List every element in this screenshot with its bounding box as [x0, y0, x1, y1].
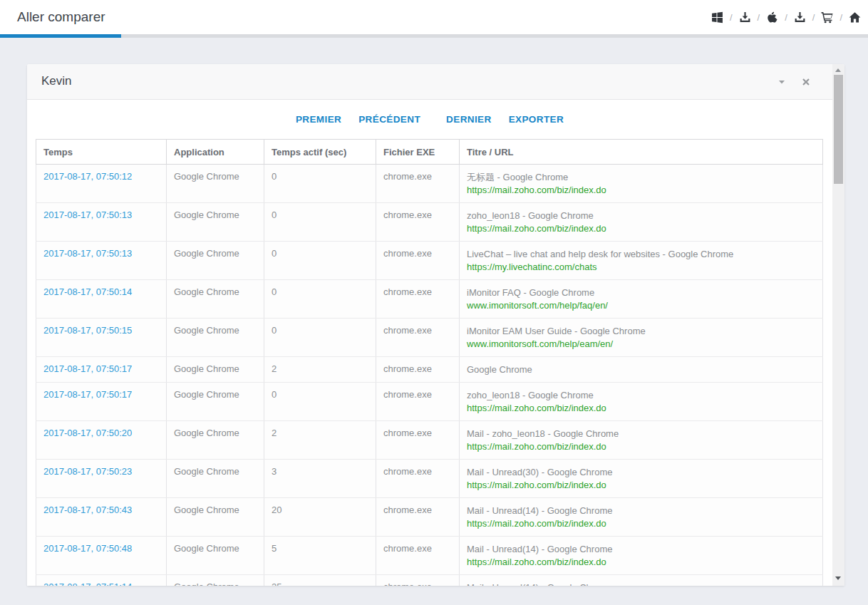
row-time-link[interactable]: 2017-08-17, 07:50:14: [36, 280, 167, 319]
row-time-link[interactable]: 2017-08-17, 07:50:20: [36, 421, 167, 460]
row-time-link[interactable]: 2017-08-17, 07:50:17: [36, 383, 167, 421]
col-header-fichier-exe: Fichier EXE: [376, 140, 460, 165]
panel-header: Kevin: [27, 64, 844, 100]
table-row: 2017-08-17, 07:50:23 Google Chrome 3 chr…: [36, 460, 823, 498]
home-icon[interactable]: [849, 11, 861, 24]
row-time-link[interactable]: 2017-08-17, 07:50:48: [36, 537, 167, 575]
table-row: 2017-08-17, 07:50:17 Google Chrome 0 chr…: [36, 383, 823, 421]
row-application: Google Chrome: [167, 383, 264, 421]
row-active-seconds: 0: [264, 165, 376, 203]
row-time-link[interactable]: 2017-08-17, 07:50:12: [36, 165, 167, 203]
row-time-link[interactable]: 2017-08-17, 07:50:15: [36, 319, 167, 357]
row-exe-file: chrome.exe: [376, 242, 460, 280]
row-active-seconds: 0: [264, 319, 376, 357]
last-page-link[interactable]: DERNIER: [446, 114, 492, 125]
row-title-url-cell: Google Chrome: [460, 357, 823, 383]
pagination-nav: PREMIER PRÉCÉDENT DERNIER EXPORTER: [27, 100, 832, 139]
row-active-seconds: 0: [264, 203, 376, 242]
row-time-link[interactable]: 2017-08-17, 07:50:43: [36, 498, 167, 537]
table-row: 2017-08-17, 07:50:15 Google Chrome 0 chr…: [36, 319, 823, 357]
row-title: zoho_leon18 - Google Chrome: [467, 210, 815, 222]
row-title-url-cell: iMonitor FAQ - Google Chrome www.imonito…: [460, 280, 823, 319]
row-url[interactable]: https://mail.zoho.com/biz/index.do: [467, 440, 815, 453]
scrollbar-thumb[interactable]: [834, 75, 843, 184]
row-application: Google Chrome: [167, 203, 264, 242]
windows-icon[interactable]: [711, 11, 723, 24]
row-title-url-cell: Mail - Unread(30) - Google Chrome https:…: [460, 460, 823, 498]
row-title-url-cell: Mail - Unread(14) - Google Chrome https:…: [460, 498, 823, 537]
table-row: 2017-08-17, 07:51:14 Google Chrome 25 ch…: [36, 575, 823, 586]
col-header-application: Application: [167, 140, 264, 165]
table-row: 2017-08-17, 07:50:13 Google Chrome 0 chr…: [36, 242, 823, 280]
cart-icon[interactable]: [821, 11, 833, 24]
row-application: Google Chrome: [167, 357, 264, 383]
previous-page-link[interactable]: PRÉCÉDENT: [358, 114, 420, 125]
col-header-titre-url: Titre / URL: [460, 140, 823, 165]
first-page-link[interactable]: PREMIER: [296, 114, 341, 125]
icon-separator: /: [730, 12, 733, 23]
row-title-url-cell: Mail - Unread(14) - Google Chrome: [460, 575, 823, 586]
row-time-link[interactable]: 2017-08-17, 07:50:23: [36, 460, 167, 498]
row-title-url-cell: Mail - zoho_leon18 - Google Chrome https…: [460, 421, 823, 460]
icon-separator: /: [812, 12, 815, 23]
row-exe-file: chrome.exe: [376, 575, 460, 586]
panel-title: Kevin: [41, 74, 72, 88]
table-header-row: Temps Application Temps actif (sec) Fich…: [36, 140, 823, 165]
row-title: 无标题 - Google Chrome: [467, 171, 815, 184]
row-url[interactable]: https://mail.zoho.com/biz/index.do: [467, 402, 815, 415]
activity-table-wrap: Temps Application Temps actif (sec) Fich…: [36, 139, 822, 586]
col-header-temps: Temps: [36, 140, 167, 165]
row-url[interactable]: www.imonitorsoft.com/help/eam/en/: [467, 338, 815, 351]
icon-separator: /: [839, 12, 842, 23]
row-url[interactable]: https://mail.zoho.com/biz/index.do: [467, 184, 815, 197]
row-url[interactable]: https://mail.zoho.com/biz/index.do: [467, 556, 815, 569]
close-icon[interactable]: [802, 78, 810, 86]
row-exe-file: chrome.exe: [376, 165, 460, 203]
col-header-temps-actif: Temps actif (sec): [264, 140, 376, 165]
table-row: 2017-08-17, 07:50:48 Google Chrome 5 chr…: [36, 537, 823, 575]
icon-separator: /: [785, 12, 787, 23]
row-title: Mail - Unread(30) - Google Chrome: [467, 466, 815, 479]
icon-separator: /: [758, 12, 760, 23]
row-time-link[interactable]: 2017-08-17, 07:51:14: [36, 575, 167, 586]
row-url[interactable]: https://mail.zoho.com/biz/index.do: [467, 222, 815, 235]
row-title: zoho_leon18 - Google Chrome: [467, 389, 815, 402]
tab-strip: [121, 34, 868, 38]
row-exe-file: chrome.exe: [376, 203, 460, 242]
active-tab-indicator: [0, 34, 121, 38]
row-title: Google Chrome: [467, 363, 815, 376]
row-active-seconds: 2: [264, 357, 376, 383]
row-active-seconds: 5: [264, 537, 376, 575]
scroll-up-icon[interactable]: [835, 68, 841, 72]
row-time-link[interactable]: 2017-08-17, 07:50:13: [36, 203, 167, 242]
download-icon[interactable]: [739, 11, 751, 24]
row-active-seconds: 3: [264, 460, 376, 498]
panel-scrollbar[interactable]: [832, 64, 844, 586]
row-url[interactable]: https://mail.zoho.com/biz/index.do: [467, 517, 815, 530]
export-link[interactable]: EXPORTER: [509, 114, 564, 125]
row-title-url-cell: LiveChat – live chat and help desk for w…: [460, 242, 823, 280]
platform-links: / / / / /: [711, 0, 861, 34]
download-icon[interactable]: [794, 11, 806, 24]
scroll-down-icon[interactable]: [835, 576, 841, 580]
row-time-link[interactable]: 2017-08-17, 07:50:13: [36, 242, 167, 280]
row-exe-file: chrome.exe: [376, 280, 460, 319]
collapse-icon[interactable]: [777, 78, 786, 86]
row-application: Google Chrome: [167, 575, 264, 586]
row-url[interactable]: https://mail.zoho.com/biz/index.do: [467, 479, 815, 492]
kevin-panel: Kevin PREMIER PRÉCÉDENT DERNIER EXPORTER…: [27, 64, 844, 586]
table-row: 2017-08-17, 07:50:20 Google Chrome 2 chr…: [36, 421, 823, 460]
row-active-seconds: 0: [264, 242, 376, 280]
row-time-link[interactable]: 2017-08-17, 07:50:17: [36, 357, 167, 383]
row-url[interactable]: www.imonitorsoft.com/help/faq/en/: [467, 299, 815, 312]
row-active-seconds: 20: [264, 498, 376, 537]
row-application: Google Chrome: [167, 537, 264, 575]
row-exe-file: chrome.exe: [376, 319, 460, 357]
row-exe-file: chrome.exe: [376, 421, 460, 460]
row-title: iMonitor EAM User Guide - Google Chrome: [467, 325, 815, 338]
top-bar: Aller comparer / / / / /: [0, 0, 868, 34]
row-url[interactable]: https://my.livechatinc.com/chats: [467, 261, 815, 274]
apple-icon[interactable]: [766, 11, 778, 24]
row-application: Google Chrome: [167, 280, 264, 319]
row-title-url-cell: zoho_leon18 - Google Chrome https://mail…: [460, 203, 823, 242]
